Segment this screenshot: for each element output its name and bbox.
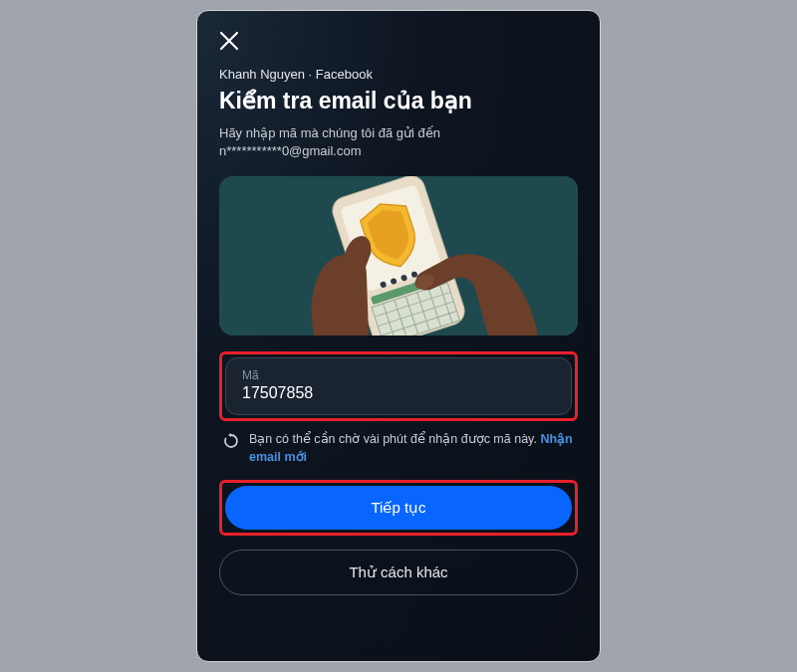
- wait-text: Bạn có thể cần chờ vài phút để nhận được…: [249, 431, 574, 466]
- subtitle-line1: Hãy nhập mã mà chúng tôi đã gửi đến: [219, 125, 440, 140]
- continue-button[interactable]: Tiếp tục: [225, 486, 572, 530]
- verification-screen: Khanh Nguyen · Facebook Kiểm tra email c…: [196, 10, 601, 662]
- code-input[interactable]: [242, 384, 555, 402]
- code-label: Mã: [242, 368, 555, 382]
- page-title: Kiểm tra email của bạn: [219, 88, 578, 114]
- code-highlight-box: Mã: [219, 351, 578, 421]
- wait-message-row: Bạn có thể cần chờ vài phút để nhận được…: [219, 431, 578, 466]
- code-input-container[interactable]: Mã: [225, 357, 572, 415]
- try-another-button[interactable]: Thử cách khác: [219, 550, 578, 595]
- breadcrumb: Khanh Nguyen · Facebook: [219, 67, 578, 82]
- verification-illustration: [219, 176, 578, 336]
- reload-icon: [223, 433, 239, 453]
- subtitle-email: n***********0@gmail.com: [219, 143, 362, 158]
- wait-message: Bạn có thể cần chờ vài phút để nhận được…: [249, 432, 540, 446]
- subtitle: Hãy nhập mã mà chúng tôi đã gửi đến n***…: [219, 124, 578, 160]
- close-icon[interactable]: [219, 29, 239, 55]
- continue-highlight-box: Tiếp tục: [219, 480, 578, 536]
